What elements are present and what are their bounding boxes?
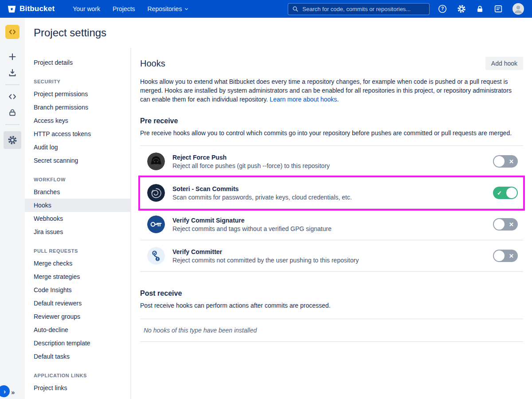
hook-info: Verify Commit Signature Reject commits a… — [172, 217, 332, 232]
intro-suffix: . — [337, 96, 339, 103]
pre-receive-hook-list: Reject Force Push Reject all force pushe… — [140, 145, 523, 272]
search-icon — [292, 6, 298, 12]
hook-row-verify-committer[interactable]: Verify Committer Reject commits not comm… — [140, 240, 523, 272]
hooks-title: Hooks — [140, 59, 165, 69]
toggle-knob — [506, 188, 517, 198]
committer-avatar-icon — [147, 247, 165, 265]
sidebar-section-pull-requests: PULL REQUESTS — [25, 248, 130, 254]
sidebar-item-auto-decline[interactable]: Auto-decline — [25, 323, 130, 336]
help-icon[interactable]: ? — [438, 4, 447, 14]
sidebar-item-jira-issues[interactable]: Jira issues — [25, 225, 130, 239]
hook-toggle[interactable]: ✕ — [493, 218, 518, 231]
hook-name: Verify Commit Signature — [172, 217, 332, 224]
sidebar-item-branch-permissions[interactable]: Branch permissions — [25, 101, 130, 114]
bitbucket-logo-icon — [7, 4, 16, 14]
source-code-icon[interactable] — [4, 89, 20, 105]
code-glyph-icon — [8, 27, 17, 36]
toggle-knob — [494, 219, 505, 230]
sidebar-item-reviewer-groups[interactable]: Reviewer groups — [25, 310, 130, 323]
key-avatar-icon — [147, 215, 165, 233]
hook-toggle[interactable]: ✓ — [493, 187, 518, 199]
user-avatar[interactable] — [512, 3, 524, 15]
rail-bottom: › » — [0, 384, 25, 399]
sidebar-item-description-template[interactable]: Description template — [25, 336, 130, 350]
toggle-state-icon: ✕ — [509, 158, 514, 165]
left-rail: › » — [0, 18, 25, 399]
sidebar-item-project-details[interactable]: Project details — [25, 56, 130, 69]
toggle-knob — [494, 250, 505, 261]
toggle-state-icon: ✕ — [509, 253, 514, 259]
sidebar-item-webhooks[interactable]: Webhooks — [25, 212, 130, 225]
post-receive-empty-message: No hooks of this type have been installe… — [140, 319, 523, 342]
hook-description: Reject commits not committed by the user… — [172, 257, 359, 264]
nav-projects[interactable]: Projects — [108, 3, 140, 15]
settings-sidebar: Project details SECURITY Project permiss… — [25, 48, 131, 399]
sidebar-item-audit-log[interactable]: Audit log — [25, 141, 130, 154]
rail-divider — [5, 84, 20, 85]
sidebar-item-merge-checks[interactable]: Merge checks — [25, 257, 130, 270]
toggle-state-icon: ✕ — [509, 221, 514, 228]
darth-vader-avatar-icon — [147, 153, 165, 170]
toggle-knob — [494, 156, 505, 167]
sidebar-item-hooks[interactable]: Hooks — [25, 199, 130, 212]
hook-row-verify-commit-signature[interactable]: Verify Commit Signature Reject commits a… — [140, 209, 523, 240]
add-hook-button[interactable]: Add hook — [485, 57, 523, 70]
global-search — [288, 3, 430, 15]
expand-arrows-icon[interactable]: » — [11, 388, 15, 396]
sidebar-section-workflow: WORKFLOW — [25, 177, 130, 182]
sidebar-item-code-insights[interactable]: Code Insights — [25, 283, 130, 297]
bitbucket-brand[interactable]: Bitbucket — [7, 4, 55, 14]
sidebar-item-branches[interactable]: Branches — [25, 185, 130, 199]
permissions-lock-icon[interactable] — [4, 105, 20, 121]
hook-description: Scan commits for passwords, private keys… — [172, 194, 352, 201]
expand-sidebar-button[interactable]: › — [0, 385, 10, 397]
create-plus-icon[interactable] — [4, 49, 20, 65]
post-receive-title: Post receive — [140, 289, 523, 297]
learn-more-link[interactable]: Learn more about hooks — [270, 96, 337, 103]
hook-info: Reject Force Push Reject all force pushe… — [172, 154, 330, 169]
lock-icon[interactable] — [476, 5, 484, 13]
admin-settings-icon[interactable] — [457, 4, 466, 14]
sidebar-item-secret-scanning[interactable]: Secret scanning — [25, 154, 130, 167]
hook-row-reject-force-push[interactable]: Reject Force Push Reject all force pushe… — [140, 146, 523, 177]
nav-your-work[interactable]: Your work — [68, 3, 105, 15]
hook-toggle[interactable]: ✕ — [493, 250, 518, 262]
hook-name: Reject Force Push — [172, 154, 330, 161]
feedback-icon[interactable] — [493, 4, 503, 14]
sidebar-item-http-access-tokens[interactable]: HTTP access tokens — [25, 127, 130, 141]
soteri-avatar-icon — [147, 184, 165, 202]
sidebar-item-project-links[interactable]: Project links — [25, 381, 130, 395]
hook-name: Verify Committer — [172, 248, 359, 255]
top-nav: Bitbucket Your work Projects Repositorie… — [0, 0, 532, 18]
sidebar-item-access-keys[interactable]: Access keys — [25, 114, 130, 127]
toggle-state-icon: ✓ — [497, 190, 502, 196]
hooks-header: Hooks Add hook — [140, 57, 523, 70]
sidebar-item-project-permissions[interactable]: Project permissions — [25, 87, 130, 101]
hook-info: Soteri - Scan Commits Scan commits for p… — [172, 185, 352, 201]
project-settings-gear-icon[interactable] — [4, 131, 21, 149]
search-input[interactable] — [301, 5, 425, 13]
nav-repositories[interactable]: Repositories — [143, 3, 194, 15]
hooks-intro: Hooks allow you to extend what Bitbucket… — [140, 77, 523, 104]
page-title: Project settings — [34, 27, 106, 39]
hook-description: Reject all force pushes (git push --forc… — [172, 162, 330, 169]
pre-receive-description: Pre receive hooks allow you to control w… — [140, 129, 523, 137]
hook-toggle[interactable]: ✕ — [493, 155, 518, 168]
brand-name: Bitbucket — [20, 4, 55, 13]
import-download-icon[interactable] — [4, 65, 20, 81]
chevron-down-icon — [184, 7, 189, 12]
hook-info: Verify Committer Reject commits not comm… — [172, 248, 359, 264]
sidebar-section-application-links: APPLICATION LINKS — [25, 373, 130, 378]
post-receive-description: Post receive hooks can perform actions a… — [140, 301, 523, 310]
hook-description: Reject commits and tags without a verifi… — [172, 225, 332, 232]
sidebar-item-default-reviewers[interactable]: Default reviewers — [25, 297, 130, 310]
sidebar-item-merge-strategies[interactable]: Merge strategies — [25, 270, 130, 283]
nav-utility-icons: ? — [438, 3, 524, 15]
project-avatar[interactable] — [5, 25, 20, 39]
main-content: Hooks Add hook Hooks allow you to extend… — [131, 48, 532, 399]
rail-divider — [5, 124, 20, 125]
sidebar-item-default-tasks[interactable]: Default tasks — [25, 350, 130, 363]
primary-nav: Your work Projects Repositories — [68, 3, 194, 15]
hook-row-soteri-scan-commits[interactable]: Soteri - Scan Commits Scan commits for p… — [140, 177, 523, 209]
sidebar-section-security: SECURITY — [25, 79, 130, 84]
